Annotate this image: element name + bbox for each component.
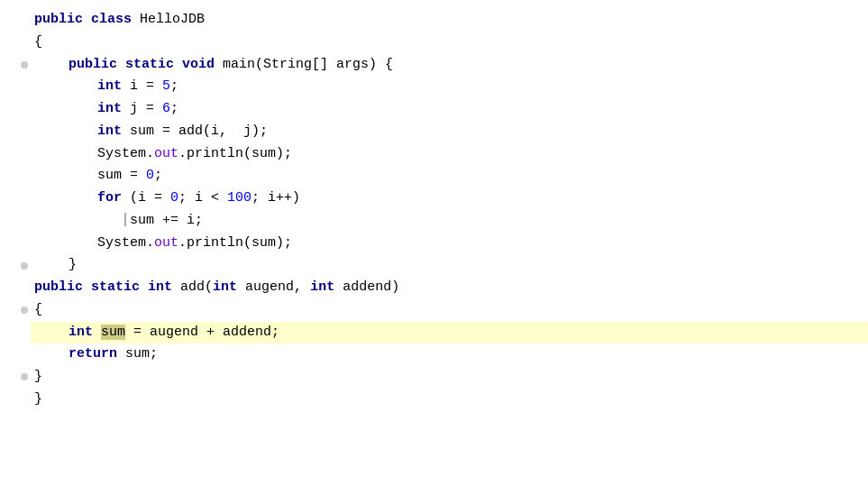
line-text: System.out.println(sum); xyxy=(31,233,868,255)
line-text: return sum; xyxy=(31,343,868,366)
code-text xyxy=(140,279,148,295)
code-text: { xyxy=(34,302,42,317)
highlighted-var: sum xyxy=(101,325,125,340)
line-marker xyxy=(18,61,31,69)
code-text: sum = add(i, j); xyxy=(122,124,268,139)
code-lines: public class HelloJDB{public static void… xyxy=(18,9,868,411)
keyword: int xyxy=(213,279,237,295)
code-line: sum = 0; xyxy=(18,165,868,188)
code-text: main(String[] args) { xyxy=(215,57,393,72)
code-line: { xyxy=(18,32,868,54)
code-text: (i = xyxy=(122,190,170,206)
code-line: } xyxy=(18,254,868,277)
code-line: int j = 6; xyxy=(18,98,868,121)
line-text: int sum = augend + addend; xyxy=(31,322,868,344)
line-text: sum = 0; xyxy=(31,165,868,188)
keyword: int xyxy=(97,124,122,139)
line-text: System.out.println(sum); xyxy=(31,143,868,166)
keyword: void xyxy=(182,57,215,72)
breakpoint-dot xyxy=(21,373,28,380)
keyword: for xyxy=(97,190,122,206)
code-line: int sum = add(i, j); xyxy=(18,121,868,143)
keyword: static xyxy=(125,57,174,72)
line-text: } xyxy=(31,366,868,389)
code-line: public static void main(String[] args) { xyxy=(18,54,868,77)
keyword: int xyxy=(310,279,334,295)
code-text: sum; xyxy=(117,346,158,361)
keyword: public xyxy=(34,12,83,27)
code-line: sum += i; xyxy=(18,210,868,233)
code-text: { xyxy=(34,34,42,50)
number-literal: 5 xyxy=(162,78,170,94)
keyword: int xyxy=(97,101,122,116)
number-literal: 6 xyxy=(162,101,170,116)
code-text: ; i++) xyxy=(251,190,300,206)
code-line: System.out.println(sum); xyxy=(18,143,868,166)
code-editor: public class HelloJDB{public static void… xyxy=(0,9,868,411)
code-text: j = xyxy=(122,101,162,116)
code-line: return sum; xyxy=(18,343,868,366)
code-line: for (i = 0; i < 100; i++) xyxy=(18,188,868,210)
keyword: int xyxy=(69,325,93,340)
for-bar xyxy=(124,213,126,226)
code-text: ; i < xyxy=(178,190,227,206)
system-out: out xyxy=(154,235,178,251)
code-text xyxy=(174,57,182,72)
breakpoint-dot xyxy=(21,307,28,314)
code-text: ; xyxy=(170,78,178,94)
code-text xyxy=(83,12,91,27)
keyword: class xyxy=(91,12,132,27)
code-line: } xyxy=(18,389,868,411)
breakpoint-dot xyxy=(21,61,28,69)
code-text: addend) xyxy=(334,279,399,295)
line-text: { xyxy=(31,299,868,322)
system-out: out xyxy=(154,146,178,161)
line-text: public static void main(String[] args) { xyxy=(31,54,868,77)
code-line: { xyxy=(18,299,868,322)
number-literal: 0 xyxy=(170,190,178,206)
code-line: public class HelloJDB xyxy=(18,9,868,32)
code-text: } xyxy=(69,257,77,272)
code-text xyxy=(93,325,101,340)
code-text: sum += i; xyxy=(130,213,203,228)
keyword: int xyxy=(97,78,122,94)
line-marker xyxy=(18,307,31,314)
keyword: static xyxy=(91,279,140,295)
code-line: System.out.println(sum); xyxy=(18,233,868,255)
code-text: .println(sum); xyxy=(178,146,292,161)
code-text: .println(sum); xyxy=(178,235,292,251)
line-marker xyxy=(18,373,31,380)
code-text: } xyxy=(34,391,42,407)
code-text xyxy=(117,57,125,72)
code-text: i = xyxy=(122,78,162,94)
code-line: } xyxy=(18,366,868,389)
line-text: for (i = 0; i < 100; i++) xyxy=(31,188,868,210)
line-text: } xyxy=(31,389,868,411)
code-line: int i = 5; xyxy=(18,76,868,98)
line-text: public class HelloJDB xyxy=(31,9,868,32)
code-text: HelloJDB xyxy=(132,12,205,27)
number-literal: 0 xyxy=(146,168,154,183)
keyword: int xyxy=(148,279,172,295)
code-line: int sum = augend + addend; xyxy=(18,322,868,344)
breakpoint-dot xyxy=(21,262,28,270)
code-text: System. xyxy=(97,235,154,251)
line-text: int i = 5; xyxy=(31,76,868,98)
line-text: int sum = add(i, j); xyxy=(31,121,868,143)
code-text: = augend + addend; xyxy=(125,325,279,340)
line-marker xyxy=(18,262,31,270)
line-text: public static int add(int augend, int ad… xyxy=(31,277,868,299)
number-literal: 100 xyxy=(227,190,251,206)
code-text: ; xyxy=(154,168,162,183)
code-text: augend, xyxy=(237,279,310,295)
keyword: return xyxy=(69,346,117,361)
code-line: public static int add(int augend, int ad… xyxy=(18,277,868,299)
code-text: sum = xyxy=(97,168,146,183)
code-text: } xyxy=(34,369,42,384)
line-text: } xyxy=(31,254,868,277)
keyword: public xyxy=(69,57,117,72)
line-text: int j = 6; xyxy=(31,98,868,121)
code-text: System. xyxy=(97,146,154,161)
keyword: public xyxy=(34,279,83,295)
line-text: sum += i; xyxy=(31,210,868,233)
